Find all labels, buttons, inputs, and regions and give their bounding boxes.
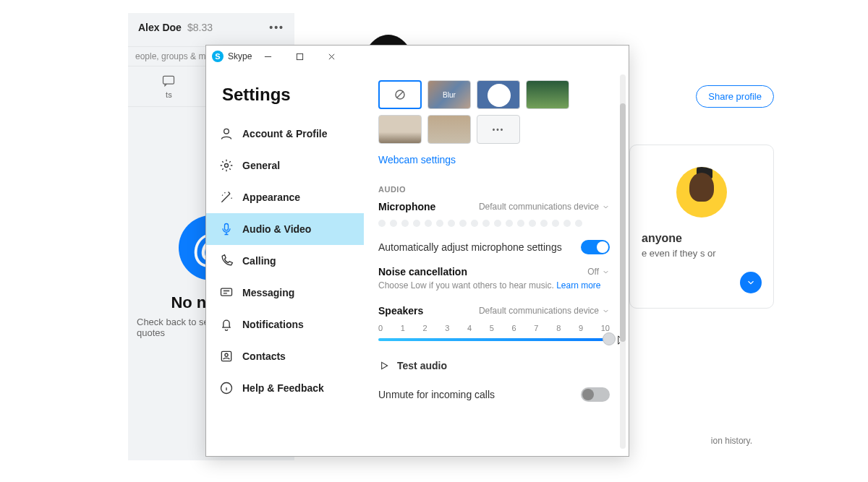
bg-header: Alex Doe $8.33 ••• <box>128 13 294 42</box>
nav-account-profile[interactable]: Account & Profile <box>206 118 364 150</box>
titlebar: S Skype <box>206 46 629 67</box>
webcam-settings-link[interactable]: Webcam settings <box>378 154 456 165</box>
auto-adjust-label: Automatically adjust microphone settings <box>378 241 562 253</box>
bg-tile-office-1[interactable] <box>526 80 569 109</box>
gear-icon <box>219 158 234 173</box>
nav-appearance[interactable]: Appearance <box>206 181 364 213</box>
chevron-down-icon <box>602 203 610 211</box>
unmute-toggle[interactable] <box>581 387 610 402</box>
nav-messaging[interactable]: Messaging <box>206 277 364 309</box>
bg-tile-pattern[interactable] <box>477 80 520 109</box>
noise-cancel-hint: Choose Low if you want others to hear mu… <box>378 280 610 291</box>
nav-audio-video[interactable]: Audio & Video <box>206 213 364 245</box>
chevron-down-icon <box>602 307 610 315</box>
noise-cancel-row: Noise cancellation Off <box>378 266 610 277</box>
bg-tab-chats[interactable]: ts <box>161 66 176 106</box>
close-icon <box>328 53 336 61</box>
bg-tile-blur[interactable]: Blur <box>427 80 471 109</box>
svg-point-7 <box>225 353 228 356</box>
svg-rect-1 <box>297 53 302 59</box>
settings-body: Settings Account & Profile General Appea… <box>206 67 629 456</box>
play-icon <box>378 360 390 371</box>
scale-6: 6 <box>512 324 516 332</box>
speakers-device-select[interactable]: Default communications device <box>479 306 610 316</box>
close-button[interactable] <box>315 46 347 67</box>
wand-icon <box>219 190 234 205</box>
scale-7: 7 <box>534 324 538 332</box>
svg-point-3 <box>225 164 229 168</box>
chevron-down-icon <box>602 268 610 276</box>
bell-icon <box>219 317 234 332</box>
scrollbar-thumb[interactable] <box>620 103 626 342</box>
card-line: e even if they s or <box>642 248 762 259</box>
bg-tile-office-2[interactable] <box>378 115 422 144</box>
nav-notifications-label: Notifications <box>242 319 304 330</box>
microphone-level-meter <box>378 220 610 227</box>
none-icon <box>393 88 407 101</box>
settings-heading: Settings <box>222 85 364 105</box>
speaker-scale: 0 1 2 3 4 5 6 7 8 9 10 <box>378 324 610 332</box>
svg-rect-4 <box>225 224 229 231</box>
bg-credit: $8.33 <box>187 22 213 33</box>
noise-cancel-learn-more-link[interactable]: Learn more <box>556 280 600 291</box>
audio-section-head: AUDIO <box>378 185 610 194</box>
nav-calling[interactable]: Calling <box>206 245 364 277</box>
speakers-device-value: Default communications device <box>479 306 599 316</box>
bg-tile-blur-label: Blur <box>443 91 456 99</box>
card-cta-button[interactable] <box>740 272 762 293</box>
nav-general[interactable]: General <box>206 150 364 181</box>
bg-tab-chats-label: ts <box>166 90 172 99</box>
nav-help-feedback[interactable]: Help & Feedback <box>206 372 364 404</box>
chevron-down-icon <box>746 277 756 288</box>
speaker-volume-slider[interactable] <box>378 334 610 345</box>
svg-rect-0 <box>163 76 174 84</box>
share-profile-button[interactable]: Share profile <box>696 85 774 108</box>
scale-9: 9 <box>579 324 583 332</box>
svg-rect-5 <box>221 288 232 296</box>
profile-footer-text: ion history. <box>711 436 752 446</box>
maximize-icon <box>296 53 304 61</box>
scale-3: 3 <box>445 324 449 332</box>
microphone-device-value: Default communications device <box>479 202 599 212</box>
noise-cancel-select[interactable]: Off <box>587 267 610 277</box>
profile-card: anyone e even if they s or <box>629 145 774 309</box>
test-audio-button[interactable]: Test audio <box>378 360 610 371</box>
content-scrollbar[interactable] <box>620 74 626 449</box>
settings-content: Blur ••• Webcam settings AUDIO Microphon… <box>364 67 629 456</box>
nav-help-label: Help & Feedback <box>242 382 324 394</box>
bg-tile-none[interactable] <box>378 80 422 109</box>
noise-cancel-hint-text: Choose Low if you want others to hear mu… <box>378 280 554 291</box>
bg-tile-more[interactable]: ••• <box>477 115 520 144</box>
maximize-button[interactable] <box>284 46 315 67</box>
speakers-label: Speakers <box>378 305 423 317</box>
contacts-icon <box>219 349 234 363</box>
settings-nav: Settings Account & Profile General Appea… <box>206 67 364 456</box>
window-title: Skype <box>228 51 252 61</box>
skype-logo-icon: S <box>212 51 224 62</box>
microphone-device-select[interactable]: Default communications device <box>479 202 610 212</box>
auto-adjust-row: Automatically adjust microphone settings <box>378 240 610 254</box>
chat-icon <box>161 74 176 88</box>
nav-calling-label: Calling <box>242 255 276 267</box>
nav-appearance-label: Appearance <box>242 191 300 203</box>
auto-adjust-toggle[interactable] <box>581 240 610 254</box>
noise-cancel-label: Noise cancellation <box>378 266 467 277</box>
scale-10: 10 <box>601 324 610 332</box>
background-grid: Blur ••• <box>378 80 610 144</box>
slider-thumb[interactable] <box>603 332 616 345</box>
speakers-row: Speakers Default communications device <box>378 305 610 317</box>
minimize-button[interactable] <box>252 46 284 67</box>
bg-tile-office-3[interactable] <box>427 115 471 144</box>
nav-messaging-label: Messaging <box>242 287 294 298</box>
scale-2: 2 <box>423 324 427 332</box>
slider-track <box>378 338 610 341</box>
nav-notifications[interactable]: Notifications <box>206 309 364 340</box>
scale-1: 1 <box>401 324 405 332</box>
unmute-label: Unmute for incoming calls <box>378 389 495 400</box>
nav-account-label: Account & Profile <box>242 128 327 139</box>
info-icon <box>219 381 234 395</box>
noise-cancel-value: Off <box>587 267 599 277</box>
bg-user-name: Alex Doe <box>138 22 182 33</box>
nav-contacts[interactable]: Contacts <box>206 340 364 372</box>
bg-more-button[interactable]: ••• <box>269 22 284 33</box>
